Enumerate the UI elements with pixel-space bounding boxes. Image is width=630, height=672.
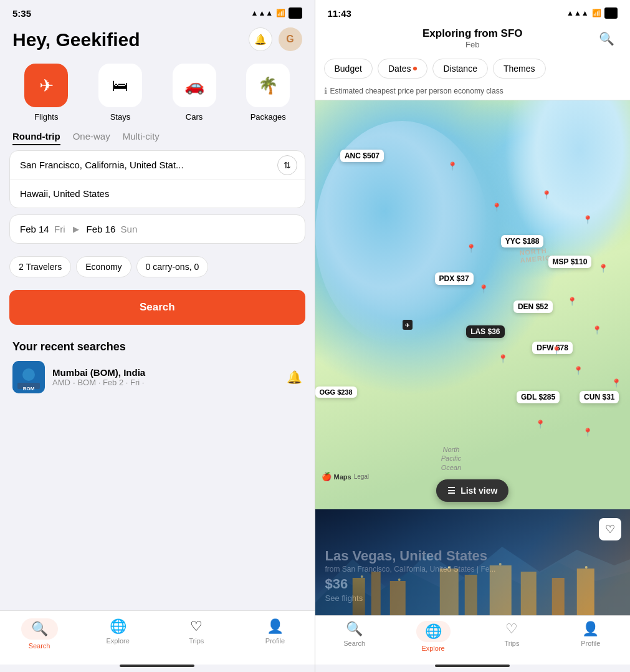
list-view-button[interactable]: ☰ List view <box>436 479 508 502</box>
carry-ons-chip[interactable]: 0 carry-ons, 0 <box>136 256 209 277</box>
svg-rect-11 <box>389 581 405 615</box>
left-status-icons: ▲▲▲ 📶 60 <box>251 7 302 19</box>
flights-category[interactable]: ✈ Flights <box>24 64 68 122</box>
right-phone: 11:43 ▲▲▲ 📶 48 Exploring from SFO Feb 🔍 … <box>315 0 631 672</box>
ogg-price-pin[interactable]: OGG $238 <box>315 386 357 398</box>
favorite-button[interactable]: ♡ <box>599 518 621 540</box>
yyc-price-pin[interactable]: YYC $188 <box>501 235 544 247</box>
travelers-chip[interactable]: 2 Travelers <box>9 256 71 277</box>
svg-rect-14 <box>489 565 511 615</box>
search-flights-button[interactable]: Search <box>9 290 305 325</box>
explore-header: Exploring from SFO Feb 🔍 <box>315 21 631 55</box>
cabin-class-chip[interactable]: Economy <box>76 256 131 277</box>
pdx-price-pin[interactable]: PDX $37 <box>435 272 474 285</box>
one-way-tab[interactable]: One-way <box>73 131 110 145</box>
wifi-icon: 📶 <box>276 9 285 17</box>
packages-category[interactable]: 🌴 Packages <box>246 64 290 122</box>
map-dot-15: 📍 <box>583 428 593 437</box>
budget-filter[interactable]: Budget <box>324 59 373 79</box>
den-price-pin[interactable]: DEN $52 <box>513 300 553 313</box>
search-nav-icon: 🔍 <box>31 621 48 637</box>
dates-filter[interactable]: Dates <box>378 59 428 79</box>
cars-icon-box: 🚗 <box>173 64 216 107</box>
themes-filter[interactable]: Themes <box>493 59 546 79</box>
cars-category[interactable]: 🚗 Cars <box>173 64 216 122</box>
greeting-text: Hey, Geekified <box>12 29 140 50</box>
svg-point-21 <box>499 563 501 565</box>
north-pacific-label: NorthPacificOcean <box>441 445 461 472</box>
right-profile-label: Profile <box>581 640 600 647</box>
price-info-bar: ℹ Estimated cheapest price per person ec… <box>315 82 631 100</box>
nav-search[interactable]: 🔍 Search <box>0 616 79 652</box>
explore-map[interactable]: NorthPacificOcean NORTHAMERICA ✈ ANC $50… <box>315 100 631 509</box>
dates-filter-label: Dates <box>388 64 411 74</box>
recent-search-item[interactable]: BOM Mumbai (BOM), India AMD - BOM · Feb … <box>12 361 302 393</box>
date-from: Feb 14 Fri <box>20 224 65 234</box>
right-nav-explore[interactable]: 🌐 Explore <box>394 621 472 652</box>
swap-button[interactable]: ⇅ <box>277 155 297 175</box>
map-background: NorthPacificOcean NORTHAMERICA ✈ ANC $50… <box>315 100 631 509</box>
right-nav-search[interactable]: 🔍 Search <box>315 621 394 652</box>
themes-filter-label: Themes <box>504 64 535 74</box>
destination-card[interactable]: Las Vegas, United States from San Franci… <box>315 509 631 615</box>
map-dot-6: 📍 <box>592 325 602 335</box>
date-selector[interactable]: Feb 14 Fri ▶ Feb 16 Sun <box>9 214 305 244</box>
magnifier-icon: 🔍 <box>599 31 614 46</box>
anc-price-pin[interactable]: ANC $507 <box>340 150 384 162</box>
multi-city-tab[interactable]: Multi-city <box>123 131 160 145</box>
from-date-dow: Fri <box>54 224 65 234</box>
right-trips-icon: ♡ <box>505 621 518 637</box>
gdl-price-pin[interactable]: GDL $285 <box>517 391 560 403</box>
packages-icon-box: 🌴 <box>246 64 290 107</box>
right-nav-profile[interactable]: 👤 Profile <box>551 621 630 652</box>
round-trip-tab[interactable]: Round-trip <box>12 131 60 145</box>
stays-category[interactable]: 🛏 Stays <box>98 64 142 122</box>
flights-icon-box: ✈ <box>24 64 68 107</box>
svg-point-1 <box>22 368 35 381</box>
map-dot-1: 📍 <box>447 161 457 171</box>
nav-profile[interactable]: 👤 Profile <box>236 616 314 652</box>
stays-label: Stays <box>110 112 131 122</box>
trips-nav-label: Trips <box>189 637 204 645</box>
map-dot-3: 📍 <box>583 215 593 224</box>
sfo-selected-pin: ✈ <box>400 317 415 335</box>
explore-search-button[interactable]: 🔍 <box>595 27 618 50</box>
info-text: Estimated cheapest price per person econ… <box>330 87 504 95</box>
right-search-label: Search <box>343 640 365 647</box>
msp-price-pin[interactable]: MSP $110 <box>548 256 592 268</box>
nav-trips[interactable]: ♡ Trips <box>157 616 236 652</box>
bell-icon[interactable]: 🔔 <box>287 370 302 385</box>
left-status-bar: 5:35 ▲▲▲ 📶 60 <box>0 0 315 21</box>
svg-point-20 <box>447 566 450 569</box>
right-nav-trips[interactable]: ♡ Trips <box>472 621 551 652</box>
notification-button[interactable]: 🔔 <box>249 27 272 51</box>
flights-label: Flights <box>34 112 58 122</box>
budget-filter-label: Budget <box>335 64 362 74</box>
stays-icon: 🛏 <box>112 76 128 95</box>
right-home-indicator <box>435 665 510 667</box>
las-price-pin[interactable]: LAS $36 <box>466 325 504 338</box>
cars-icon: 🚗 <box>184 76 204 95</box>
distance-filter[interactable]: Distance <box>432 59 487 79</box>
svg-rect-10 <box>371 572 380 615</box>
explore-active-bg: 🌐 <box>416 621 451 642</box>
right-wifi-icon: 📶 <box>592 9 601 17</box>
stays-icon-box: 🛏 <box>98 64 142 107</box>
greeting-row: Hey, Geekified 🔔 G <box>0 21 315 57</box>
nav-explore[interactable]: 🌐 Explore <box>79 616 157 652</box>
svg-rect-17 <box>576 569 594 615</box>
map-attribution: 🍎 Maps Legal <box>322 472 370 481</box>
destination-row[interactable]: Hawaii, United States <box>10 180 305 208</box>
avatar[interactable]: G <box>279 27 302 51</box>
origin-row[interactable]: San Francisco, California, United Stat..… <box>10 151 305 180</box>
left-phone: 5:35 ▲▲▲ 📶 60 Hey, Geekified 🔔 G ✈ Fligh… <box>0 0 315 672</box>
distance-filter-label: Distance <box>443 64 477 74</box>
map-dot-12: 📍 <box>598 264 608 273</box>
options-row: 2 Travelers Economy 0 carry-ons, 0 <box>9 256 305 277</box>
cun-price-pin[interactable]: CUN $31 <box>580 391 619 403</box>
explore-nav-icon: 🌐 <box>110 618 126 635</box>
apple-maps-label: Maps <box>334 473 351 481</box>
left-time: 5:35 <box>12 8 31 19</box>
right-profile-icon: 👤 <box>582 621 599 637</box>
home-indicator <box>120 665 194 667</box>
